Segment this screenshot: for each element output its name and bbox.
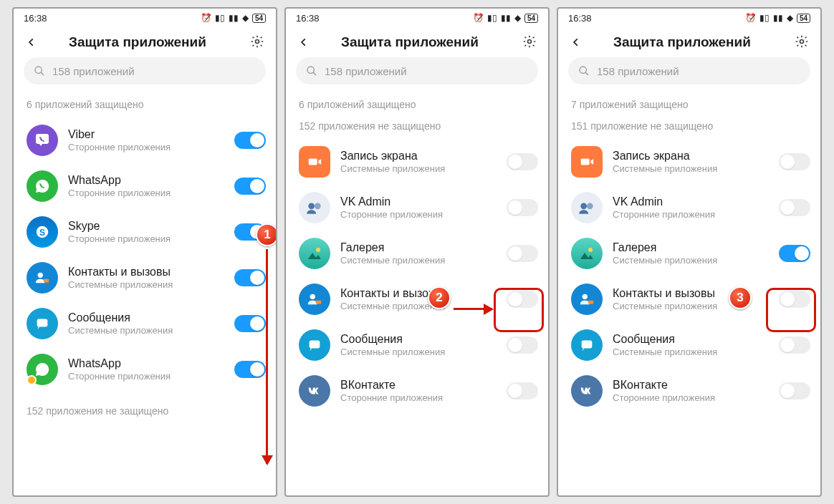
toggle[interactable] bbox=[507, 336, 538, 354]
screenrec-icon bbox=[571, 146, 603, 178]
app-text: Сообщения Системные приложения bbox=[340, 333, 497, 357]
app-text: WhatsApp Сторонние приложения bbox=[68, 174, 224, 198]
annotation-badge-2: 2 bbox=[428, 286, 451, 309]
app-sub: Системные приложения bbox=[68, 325, 224, 336]
toggle[interactable] bbox=[234, 361, 266, 378]
app-text: Запись экрана Системные приложения bbox=[340, 150, 497, 174]
app-name: VK Admin bbox=[340, 195, 497, 208]
settings-button[interactable] bbox=[795, 34, 810, 50]
settings-button[interactable] bbox=[250, 34, 266, 50]
messages-icon bbox=[299, 329, 330, 361]
app-row-gallery[interactable]: Галерея Системные приложения bbox=[558, 231, 820, 276]
annotation-arrow-right bbox=[454, 308, 492, 310]
app-list: Запись экрана Системные приложения VK Ad… bbox=[286, 139, 548, 495]
app-text: VK Admin Сторонние приложения bbox=[613, 195, 769, 220]
toggle[interactable] bbox=[507, 245, 538, 262]
app-name: VK Admin bbox=[613, 195, 769, 208]
app-text: Сообщения Системные приложения bbox=[68, 311, 224, 336]
toggle[interactable] bbox=[779, 199, 810, 216]
app-sub: Системные приложения bbox=[613, 255, 769, 266]
contacts-icon bbox=[299, 284, 330, 315]
wifi-icon: ◆ bbox=[514, 13, 521, 23]
app-row-messages[interactable]: Сообщения Системные приложения bbox=[558, 322, 820, 368]
app-name: ВКонтакте bbox=[613, 379, 769, 392]
app-row-gallery[interactable]: Галерея Системные приложения bbox=[286, 231, 548, 276]
app-list: Viber Сторонние приложения WhatsApp Стор… bbox=[14, 117, 276, 495]
toggle[interactable] bbox=[507, 199, 538, 216]
app-row-vkontakte[interactable]: ВКонтакте Сторонние приложения bbox=[286, 368, 548, 414]
app-row-skype[interactable]: S Skype Сторонние приложения bbox=[14, 209, 276, 255]
toggle[interactable] bbox=[234, 178, 266, 195]
app-row-vkadmin[interactable]: VK Admin Сторонние приложения bbox=[286, 185, 548, 231]
toggle[interactable] bbox=[779, 336, 810, 354]
app-row-viber[interactable]: Viber Сторонние приложения bbox=[14, 117, 276, 163]
svg-rect-15 bbox=[310, 341, 320, 349]
app-sub: Сторонние приложения bbox=[340, 209, 497, 220]
toggle[interactable] bbox=[234, 132, 266, 149]
app-row-whatsapp[interactable]: WhatsApp Сторонние приложения bbox=[14, 163, 276, 209]
toggle[interactable] bbox=[234, 315, 266, 332]
toggle[interactable] bbox=[779, 291, 810, 308]
toggle[interactable] bbox=[234, 269, 266, 286]
svg-point-16 bbox=[800, 40, 804, 44]
annotation-arrow-down bbox=[266, 249, 268, 464]
phone-screen-2: 16:38 ⏰̸ ▮▯ ▮▮ ◆ 54 Защита приложений 15… bbox=[284, 7, 550, 497]
signal-icon: ▮▮ bbox=[501, 13, 511, 23]
app-sub: Сторонние приложения bbox=[613, 392, 769, 403]
battery-icon: 54 bbox=[252, 14, 266, 23]
svg-point-20 bbox=[587, 203, 593, 210]
search-input[interactable]: 158 приложений bbox=[568, 57, 810, 84]
section-protected: 6 приложений защищено bbox=[286, 89, 548, 117]
svg-point-1 bbox=[35, 67, 42, 73]
app-row-contacts[interactable]: Контакты и вызовы Системные приложения bbox=[558, 276, 820, 322]
gallery-icon bbox=[571, 238, 603, 269]
page-header: Защита приложений bbox=[558, 27, 820, 56]
signal-icon: ▮▮ bbox=[229, 13, 239, 23]
app-name: Сообщения bbox=[68, 311, 224, 324]
app-sub: Системные приложения bbox=[340, 255, 497, 266]
app-row-screenrec[interactable]: Запись экрана Системные приложения bbox=[558, 139, 820, 185]
search-input[interactable]: 158 приложений bbox=[24, 57, 266, 84]
section-protected: 6 приложений защищено bbox=[14, 89, 276, 117]
app-sub: Сторонние приложения bbox=[340, 392, 497, 403]
app-name: Контакты и вызовы bbox=[68, 266, 224, 278]
app-sub: Сторонние приложения bbox=[68, 188, 224, 198]
app-sub: Системные приложения bbox=[613, 163, 769, 174]
toggle[interactable] bbox=[507, 291, 538, 308]
search-input[interactable]: 158 приложений bbox=[296, 57, 538, 84]
app-row-messages[interactable]: Сообщения Системные приложения bbox=[14, 301, 276, 346]
svg-point-10 bbox=[308, 203, 315, 210]
app-row-screenrec[interactable]: Запись экрана Системные приложения bbox=[286, 139, 548, 185]
svg-point-4 bbox=[38, 273, 43, 278]
svg-rect-23 bbox=[588, 301, 593, 304]
app-list: Запись экрана Системные приложения VK Ad… bbox=[558, 139, 820, 495]
app-text: Skype Сторонние приложения bbox=[68, 220, 224, 244]
settings-button[interactable] bbox=[522, 34, 538, 50]
app-row-vkontakte[interactable]: ВКонтакте Сторонние приложения bbox=[558, 368, 820, 414]
toggle[interactable] bbox=[779, 382, 810, 399]
page-title: Защита приложений bbox=[35, 34, 240, 50]
svg-point-8 bbox=[307, 67, 314, 73]
section-protected: 7 приложений защищено bbox=[558, 89, 820, 117]
app-row-contacts[interactable]: Контакты и вызовы Системные приложения bbox=[286, 276, 548, 322]
battery-icon: 54 bbox=[797, 14, 810, 23]
app-row-vkadmin[interactable]: VK Admin Сторонние приложения bbox=[558, 185, 820, 231]
search-icon bbox=[306, 65, 317, 77]
app-row-messages[interactable]: Сообщения Системные приложения bbox=[286, 322, 548, 368]
page-title: Защита приложений bbox=[580, 34, 785, 50]
app-row-whatsapp2[interactable]: WhatsApp Сторонние приложения bbox=[14, 346, 276, 392]
toggle[interactable] bbox=[779, 245, 810, 262]
toggle[interactable] bbox=[779, 153, 810, 170]
annotation-badge-3: 3 bbox=[729, 286, 752, 309]
section-unprotected: 151 приложение не защищено bbox=[558, 117, 820, 139]
search-placeholder: 158 приложений bbox=[325, 65, 407, 77]
app-name: Сообщения bbox=[340, 333, 497, 346]
search-icon bbox=[34, 65, 45, 77]
contacts-icon bbox=[571, 284, 603, 315]
app-row-contacts[interactable]: Контакты и вызовы Системные приложения bbox=[14, 255, 276, 301]
toggle[interactable] bbox=[507, 153, 538, 170]
toggle[interactable] bbox=[507, 382, 538, 399]
clock: 16:38 bbox=[24, 13, 47, 24]
svg-rect-6 bbox=[37, 319, 48, 327]
clock: 16:38 bbox=[568, 13, 592, 24]
